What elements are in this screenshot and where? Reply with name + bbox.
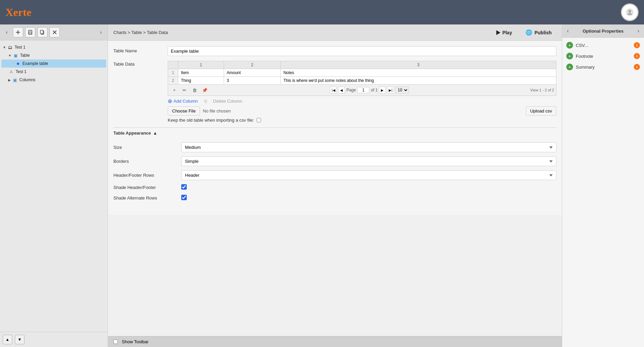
main-layout: ‹ › ▼ 🗂 Test 1 ▼ [0,24,644,347]
page-input[interactable] [357,87,369,93]
cell-2-3[interactable]: This is where we'd put some notes about … [280,77,556,85]
page-last-btn[interactable]: ▶| [387,87,394,93]
sidebar-item-table[interactable]: ▼ ▣ Table [1,51,106,59]
size-select[interactable]: Small Medium Large [181,142,556,152]
size-control: Small Medium Large [181,142,556,152]
text-icon: A [8,69,14,75]
right-panel: ‹ Optional Properties › + CSV... i + Foo… [562,24,644,347]
table-pin-btn[interactable]: 📌 [201,86,209,94]
table-col-2-header: 2 [224,61,280,69]
sidebar-item-label: Columns [19,77,35,82]
shade-header-checkbox[interactable] [181,184,187,190]
content-footer: Show Toolbar [108,336,562,347]
right-panel-header: ‹ Optional Properties › [562,24,644,38]
keep-old-checkbox[interactable] [257,118,261,122]
header-footer-row: Header/Footer Rows None Header Footer Bo… [113,170,556,180]
data-table: 1 2 3 1 Item Amount Notes [168,61,556,85]
csv-info-icon[interactable]: i [634,42,640,48]
header-footer-select[interactable]: None Header Footer Both [181,170,556,180]
upload-csv-button[interactable]: Upload csv [526,106,556,116]
delete-button[interactable] [50,27,60,37]
page-next-btn[interactable]: ▶ [379,87,386,93]
optional-csv-label: CSV... [576,43,631,48]
table-name-input[interactable] [168,46,556,56]
user-avatar[interactable] [621,3,639,21]
optional-item-footnote: + Footnote i [566,53,640,59]
page-prev-btn[interactable]: ◀ [338,87,345,93]
publish-button[interactable]: 🌐 Publish [521,27,556,38]
bullet-icon: ● [15,60,21,67]
table-delete-row-btn[interactable]: 🗑 [190,86,199,94]
borders-control: None Simple Full [181,156,556,166]
add-column-button[interactable]: ⊕ Add Column [168,98,198,104]
optional-add-summary-btn[interactable]: + [566,64,573,70]
table-data-row: Table Data 1 2 3 [113,61,556,123]
optional-add-footnote-btn[interactable]: + [566,53,573,59]
footnote-info-icon[interactable]: i [634,53,640,59]
table-col-3-header: 3 [280,61,556,69]
optional-footnote-label: Footnote [576,54,631,59]
table-edit-row-btn[interactable]: ✏ [180,86,188,94]
appearance-section-content: Size Small Medium Large Borde [113,138,556,209]
appearance-section: Table Appearance ▲ Size Small Medium Lar [113,127,556,209]
add-button[interactable] [13,27,23,37]
table-toolbar: ＋ ✏ 🗑 📌 |◀ ◀ Page of 1 ▶ ▶| [168,85,556,96]
sidebar-collapse-btn[interactable]: ‹ [3,28,11,36]
right-panel-toggle-right[interactable]: › [638,28,639,34]
play-button[interactable]: Play [492,28,517,37]
svg-rect-7 [40,30,43,34]
move-up-button[interactable]: ▲ [3,335,12,344]
sidebar-item-test1[interactable]: ▼ 🗂 Test 1 [1,43,106,51]
show-toolbar-checkbox[interactable] [113,340,118,344]
right-panel-toggle-left[interactable]: ‹ [567,28,569,34]
per-page-select[interactable]: 10 25 50 [395,87,409,93]
sidebar-toolbar: ‹ › [0,24,108,40]
show-toolbar-label: Show Toolbar [122,339,149,344]
page-first-btn[interactable]: |◀ [330,87,337,93]
table-row: 2 Thing 3 This is where we'd put some no… [168,77,556,85]
table-name-row: Table Name [113,46,556,56]
optional-item-csv: + CSV... i [566,42,640,49]
sidebar-item-columns[interactable]: ▶ ▣ Columns [1,76,106,84]
header-footer-control: None Header Footer Both [181,170,556,180]
content-scroll: Table Name Table Data [108,41,562,336]
add-delete-column-row: ⊕ Add Column 🗑 Delete Column [168,98,556,104]
cell-1-1[interactable]: Item [178,69,224,77]
file-upload-row: Choose File No file chosen Upload csv [168,106,556,116]
breadcrumb: Charts > Table > Table Data [113,30,168,35]
cell-1-3[interactable]: Notes [280,69,556,77]
summary-info-icon[interactable]: i [634,64,640,70]
delete-column-label: Delete Column [213,99,242,104]
borders-select[interactable]: None Simple Full [181,156,556,166]
columns-page-icon: ▣ [12,77,18,83]
size-label: Size [113,145,181,150]
header-footer-label: Header/Footer Rows [113,173,181,178]
delete-column-button[interactable]: Delete Column [213,99,242,104]
save-button[interactable] [25,27,35,37]
optional-add-csv-btn[interactable]: + [566,42,573,49]
sidebar-item-label: Test 1 [16,69,26,74]
choose-file-button[interactable]: Choose File [168,106,200,116]
cell-2-2[interactable]: 3 [224,77,280,85]
table-add-row-btn[interactable]: ＋ [170,86,178,94]
table-col-1-header: 1 [178,61,224,69]
move-down-button[interactable]: ▼ [15,335,24,344]
cell-1-2[interactable]: Amount [224,69,280,77]
shade-header-label: Shade Header/Footer [113,185,181,190]
sidebar-item-example-table[interactable]: ● Example table [1,59,106,68]
header-actions: Play 🌐 Publish [492,27,556,38]
copy-button[interactable] [37,27,48,37]
sidebar-pin-btn[interactable]: › [97,28,105,36]
no-file-label: No file chosen [203,108,523,114]
globe-icon: 🌐 [526,29,532,36]
shade-alt-row: Shade Alternate Rows [113,195,556,201]
add-column-plus-icon: ⊕ [168,98,172,104]
table-data-label: Table Data [113,61,168,67]
keep-old-label: Keep the old table when importing a csv … [168,118,254,123]
sidebar-item-test1b[interactable]: A Test 1 [1,68,106,76]
cell-2-1[interactable]: Thing [178,77,224,85]
view-count: View 1 - 2 of 2 [530,88,554,92]
keep-old-row: Keep the old table when importing a csv … [168,118,556,123]
shade-alt-checkbox[interactable] [181,195,187,200]
appearance-section-header[interactable]: Table Appearance ▲ [113,127,556,138]
